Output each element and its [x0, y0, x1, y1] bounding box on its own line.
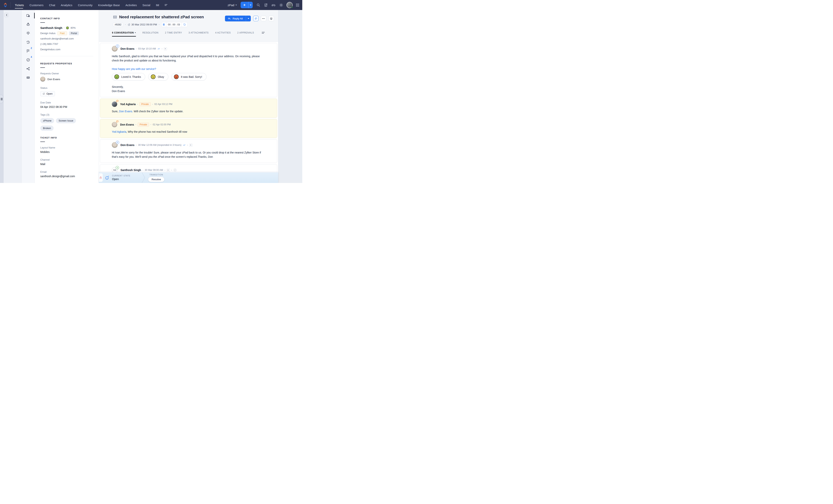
private-badge: Private: [139, 102, 151, 106]
tag-zphone[interactable]: zPhone: [40, 118, 54, 123]
rail-insights[interactable]: [22, 29, 34, 38]
timer-reset-button[interactable]: [182, 22, 187, 27]
nav-activities[interactable]: Activities: [125, 0, 137, 10]
rail-follow-up-flags[interactable]: 2: [22, 47, 34, 55]
contact-phone[interactable]: (+26) 669-7787: [40, 42, 93, 46]
expand-message-icon[interactable]: ▶: [164, 47, 167, 50]
contact-name[interactable]: Santhosh Singh: [40, 26, 62, 29]
rail-history[interactable]: [22, 38, 34, 47]
layout-name-value[interactable]: Mobiles: [40, 150, 93, 153]
add-new-button[interactable]: +: [241, 2, 253, 8]
message-author[interactable]: Santhosh Singh: [120, 169, 141, 172]
email-value[interactable]: santhosh.design@gmail.com: [40, 175, 93, 178]
comment-button[interactable]: [253, 16, 259, 21]
rail-ticket-properties[interactable]: [22, 11, 34, 20]
ticket-header: Need replacement for shattered zPad scre…: [99, 10, 278, 42]
games-icon[interactable]: [271, 3, 276, 7]
zoho-desk-logo-icon[interactable]: [3, 2, 8, 8]
user-avatar[interactable]: [287, 2, 292, 8]
tab-resolution[interactable]: RESOLUTION: [142, 31, 159, 34]
lightbulb-icon: [26, 31, 30, 35]
issue-type-label: Issue Type: [40, 182, 93, 183]
rail-approvals[interactable]: 4: [22, 55, 34, 64]
rail-zia-bot[interactable]: [22, 20, 34, 29]
tab-activities[interactable]: 4 ACTIVITIES: [215, 31, 231, 34]
nav-chat[interactable]: Chat: [49, 0, 55, 10]
apps-grid-icon[interactable]: [296, 3, 299, 7]
feedback-okay-button[interactable]: Okay: [148, 73, 168, 80]
tab-time-entry[interactable]: 2 TIME ENTRY: [165, 31, 182, 34]
tab-conversation[interactable]: 6 CONVERSATION: [112, 31, 136, 34]
message-author[interactable]: Don Evans: [120, 47, 134, 50]
contact-email[interactable]: santhosh.design@email.com: [40, 37, 93, 41]
nav-knowledge-base[interactable]: Knowledge Base: [98, 0, 120, 10]
online-status-dot: [291, 6, 293, 8]
agent-avatar[interactable]: [112, 101, 117, 107]
message-author[interactable]: Yod Agbaria: [120, 103, 136, 106]
message-author[interactable]: Don Evans: [120, 123, 134, 126]
reply-options-caret[interactable]: [246, 16, 251, 21]
timer-pause-button[interactable]: [162, 22, 166, 27]
contact-company[interactable]: Design Indus: [40, 31, 55, 35]
requests-owner[interactable]: Don Evans: [40, 77, 93, 82]
more-actions-button[interactable]: •••: [261, 16, 266, 21]
feedback-bad-button[interactable]: It was Bad. Sorry!: [171, 73, 206, 80]
split-merge-button[interactable]: [268, 16, 274, 21]
contact-website[interactable]: DesignIndus.com: [40, 48, 93, 51]
agent-avatar[interactable]: [112, 142, 118, 148]
email-label: Email: [40, 171, 93, 173]
status-label: Status: [40, 86, 93, 90]
add-new-caret[interactable]: [248, 2, 253, 8]
tab-attachments[interactable]: 3 ATTACHMENTS: [189, 31, 209, 34]
section-rule: [40, 22, 45, 23]
nav-community[interactable]: Community: [78, 0, 93, 10]
neutral-face-icon: [150, 74, 156, 79]
contact-avatar[interactable]: SS: [112, 167, 118, 173]
mention-link[interactable]: Yod Agbaria: [112, 130, 126, 133]
tag-broken[interactable]: Broken: [40, 126, 54, 131]
feedback-loved-button[interactable]: Loved it. Thanks: [112, 73, 145, 80]
conversation-thread: Don Evans 03 Apr 10:10 AM ✓✓ ▶ Hello San…: [99, 42, 278, 183]
flag-count-badge: 2: [31, 47, 32, 50]
expand-message-icon[interactable]: ▶: [189, 144, 192, 147]
nav-analytics[interactable]: Analytics: [61, 0, 72, 10]
due-date-label: Due Date: [40, 101, 93, 104]
collapse-back-button[interactable]: [4, 13, 9, 17]
tabs-more-icon[interactable]: [262, 32, 265, 33]
channel-value[interactable]: Mail: [40, 162, 93, 166]
due-date-value[interactable]: 04 Apr 2022 08:30 PM: [40, 105, 93, 108]
agent-avatar[interactable]: [112, 122, 117, 127]
status-badge[interactable]: Open: [40, 91, 55, 96]
ticket-id-chip[interactable]: #9282: [113, 23, 123, 27]
department-selector[interactable]: zPad: [228, 3, 237, 7]
panel-resize-handle[interactable]: [0, 95, 3, 103]
share-icon: [26, 67, 30, 71]
owner-name: Don Evans: [47, 78, 60, 81]
nav-customers[interactable]: Customers: [29, 0, 44, 10]
thread-id-icon[interactable]: #: [173, 169, 176, 172]
reply-all-button[interactable]: Reply All: [225, 16, 251, 21]
agent-avatar[interactable]: [112, 46, 118, 52]
nav-tickets[interactable]: Tickets: [15, 0, 24, 10]
nav-social[interactable]: Social: [142, 0, 150, 10]
bulletin-icon[interactable]: [264, 3, 268, 7]
message-author[interactable]: Don Evans: [120, 144, 134, 147]
search-icon[interactable]: [256, 3, 260, 7]
department-label: zPad: [228, 3, 234, 7]
rail-share[interactable]: [22, 64, 34, 73]
plus-icon[interactable]: +: [241, 2, 248, 8]
settings-gear-icon[interactable]: [279, 3, 283, 7]
nav-more-menu-icon[interactable]: [165, 4, 167, 6]
expand-message-icon[interactable]: ▶: [167, 169, 170, 172]
clock-icon: [127, 23, 130, 26]
nav-im[interactable]: IM: [156, 0, 159, 10]
mention-link[interactable]: Don Evans.: [119, 110, 133, 113]
rail-related-apps[interactable]: [22, 73, 34, 82]
tab-approvals[interactable]: 2 APPROVALS: [237, 31, 254, 34]
happiness-smiley-icon: [66, 26, 69, 29]
ticket-tabs: 6 CONVERSATION RESOLUTION 2 TIME ENTRY 3…: [112, 31, 274, 34]
resolve-transition-button[interactable]: Resolve: [148, 177, 164, 182]
tag-screen-issue[interactable]: Screen Issue: [56, 118, 76, 123]
blueprint-transition-bar: CURRENT STATE Open TRANSITION Resolve: [99, 172, 278, 183]
survey-question-link[interactable]: How happy are you with our service?: [112, 68, 268, 71]
